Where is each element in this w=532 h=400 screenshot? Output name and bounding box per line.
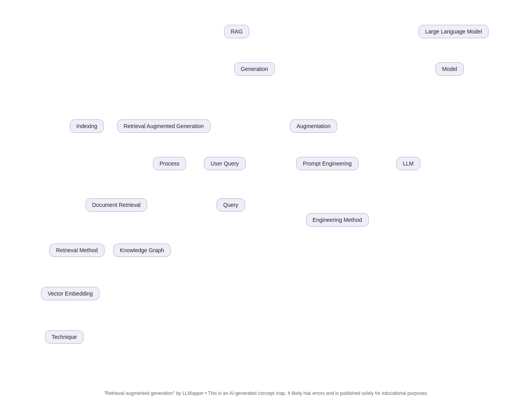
- svg-text:is a: is a: [334, 186, 342, 192]
- diagram-container: finalizesincorporatesrequiresutilizesmod…: [0, 0, 532, 386]
- svg-text:is a: is a: [98, 221, 106, 227]
- node-user_query: User Query: [204, 157, 246, 170]
- node-process: Process: [153, 157, 187, 170]
- svg-text:depends on: depends on: [365, 140, 392, 146]
- svg-text:initiates: initiates: [144, 178, 162, 184]
- svg-text:is a: is a: [453, 44, 461, 50]
- svg-text:involves: involves: [241, 110, 259, 116]
- node-query: Query: [217, 198, 245, 212]
- svg-text:modifies: modifies: [320, 96, 340, 102]
- node-vector_embedding: Vector Embedding: [41, 287, 99, 300]
- svg-text:is a: is a: [69, 309, 77, 315]
- svg-text:is a: is a: [168, 139, 176, 145]
- svg-text:supports: supports: [75, 266, 95, 272]
- node-document_retrieval: Document Retrieval: [86, 198, 147, 212]
- svg-text:employs: employs: [322, 139, 342, 145]
- svg-text:includes: includes: [273, 177, 292, 182]
- node-technique: Technique: [45, 330, 84, 344]
- svg-text:supports: supports: [97, 161, 117, 167]
- node-rag: RAG: [224, 25, 249, 38]
- node-retrieval_method: Retrieval Method: [49, 244, 105, 257]
- svg-text:facilitates: facilitates: [103, 159, 125, 165]
- svg-text:finalizes: finalizes: [247, 44, 265, 50]
- connections-svg: finalizesincorporatesrequiresutilizesmod…: [0, 0, 532, 386]
- svg-text:is a: is a: [230, 178, 238, 184]
- node-model: Model: [435, 62, 464, 76]
- svg-text:enables: enables: [108, 266, 126, 272]
- svg-text:follows: follows: [286, 91, 301, 97]
- svg-text:optimizes: optimizes: [316, 141, 338, 147]
- svg-text:utilizes: utilizes: [324, 91, 340, 97]
- node-prompt_engineering: Prompt Engineering: [296, 157, 358, 170]
- svg-text:incorporates: incorporates: [277, 73, 305, 78]
- node-knowledge_graph: Knowledge Graph: [113, 244, 171, 257]
- node-large_language_model: Large Language Model: [418, 25, 489, 38]
- node-generation: Generation: [234, 62, 275, 76]
- footer-text: "Retrieval-augmented generation" by LLMa…: [0, 391, 532, 396]
- node-augmentation: Augmentation: [290, 119, 337, 133]
- svg-text:requires: requires: [163, 73, 182, 78]
- svg-text:uses: uses: [131, 221, 142, 227]
- svg-text:utilizes: utilizes: [271, 139, 287, 145]
- node-retrieval_augmented_generation: Retrieval Augmented Generation: [117, 119, 211, 133]
- node-llm: LLM: [396, 157, 420, 170]
- node-indexing: Indexing: [70, 119, 104, 133]
- svg-text:is a: is a: [162, 140, 170, 145]
- svg-text:is a: is a: [235, 108, 244, 114]
- node-engineering_method: Engineering Method: [306, 213, 369, 227]
